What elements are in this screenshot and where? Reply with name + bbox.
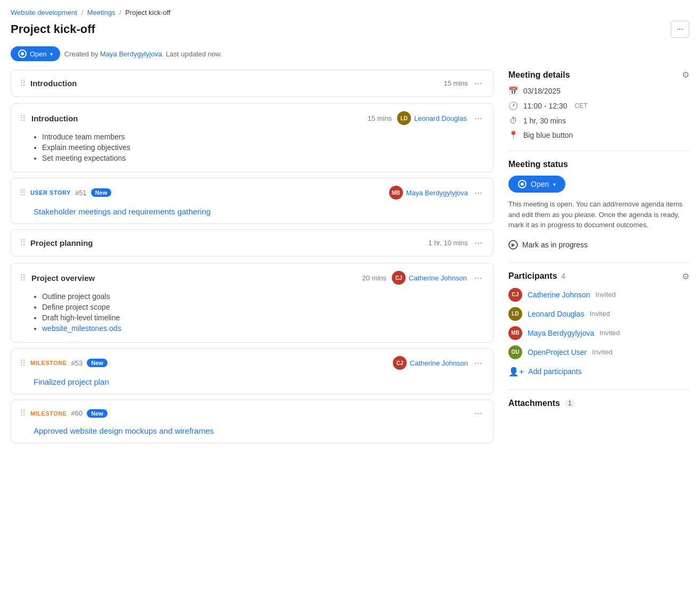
participants-title-group: Participants 4: [508, 271, 565, 281]
location-icon: 📍: [508, 130, 518, 140]
add-participants-button[interactable]: 👤+ Add participants: [508, 364, 582, 379]
created-by-label: Created by Maya Berdygylyjova. Last upda…: [64, 50, 222, 58]
milestone-53-type-label: MILESTONE: [30, 360, 67, 366]
divider-2: [508, 262, 689, 263]
milestone-53-title-link[interactable]: Finalized project plan: [34, 377, 109, 386]
more-icon: ···: [677, 24, 683, 34]
mark-as-in-progress-button[interactable]: ▶ Mark as in progress: [508, 238, 588, 252]
participant-mb-link[interactable]: Maya Berdygylyjova: [528, 329, 594, 337]
breadcrumb-section[interactable]: Meetings: [87, 9, 116, 16]
page-title: Project kick-off: [11, 22, 95, 36]
participant-row-ld: LD Leonard Douglas Invited: [508, 307, 689, 321]
meeting-details-gear-button[interactable]: ⚙: [682, 70, 689, 80]
introduction-item-body: Introduce team members Explain meeting o…: [11, 132, 493, 172]
introduction-bullet-2: Explain meeting objectives: [42, 143, 484, 152]
project-overview-more-button[interactable]: ···: [472, 272, 484, 284]
duration-icon: ⏱: [508, 116, 518, 125]
meeting-details-title: Meeting details: [508, 70, 570, 80]
story-51-assignee-avatar: MB: [389, 186, 403, 200]
introduction-bullet-1: Introduce team members: [42, 132, 484, 141]
project-overview-assignee-link[interactable]: CJ Catherine Johnson: [392, 271, 467, 285]
story-51-title-link[interactable]: Stakeholder meetings and requirements ga…: [34, 207, 211, 216]
user-story-51-header: ⠿ USER STORY #51 New MB Maya Berdygylyjo…: [11, 178, 493, 207]
milestone-53-title-area: Finalized project plan: [11, 377, 493, 394]
story-51-number: #51: [75, 189, 87, 197]
project-overview-assignee-name: Catherine Johnson: [409, 274, 467, 282]
story-51-more-button[interactable]: ···: [472, 187, 484, 198]
meeting-status-description: This meeting is open. You can add/remove…: [508, 199, 689, 230]
project-overview-link-item: website_milestones.ods: [42, 324, 484, 333]
breadcrumb-project[interactable]: Website development: [11, 9, 77, 16]
participant-ld-status: Invited: [590, 310, 610, 318]
drag-handle-project-planning[interactable]: ⠿: [20, 238, 26, 248]
introduction-assignee-link[interactable]: LD Leonard Douglas: [397, 111, 467, 125]
creator-link[interactable]: Maya Berdygylyjova: [100, 50, 162, 58]
meeting-date-row: 📅 03/18/2025: [508, 86, 689, 96]
section-introduction-top-header: ⠿ Introduction 15 mins ···: [11, 70, 493, 96]
agenda-item-project-overview: ⠿ Project overview 20 mins CJ Catherine …: [11, 263, 493, 343]
story-51-badge: New: [91, 188, 112, 197]
drag-handle-project-overview[interactable]: ⠿: [20, 273, 26, 283]
participants-header: Participants 4 ⚙: [508, 271, 689, 281]
participant-ou-status: Invited: [592, 348, 612, 356]
milestone-60-more-button[interactable]: ···: [472, 408, 484, 419]
project-overview-duration: 20 mins: [362, 274, 386, 282]
open-status-button[interactable]: Open ▾: [11, 46, 60, 61]
open-chevron-icon: ▾: [50, 51, 53, 57]
breadcrumb-sep-2: /: [119, 9, 121, 16]
participant-row-cj: CJ Catherine Johnson Invited: [508, 288, 689, 302]
drag-handle-milestone-60[interactable]: ⠿: [20, 408, 26, 418]
meeting-status-header: Meeting status: [508, 160, 689, 169]
project-overview-bullet-1: Outline project goals: [42, 292, 484, 301]
milestone-60-number: #60: [71, 409, 83, 417]
participants-gear-button[interactable]: ⚙: [682, 271, 689, 281]
project-overview-header: ⠿ Project overview 20 mins CJ Catherine …: [11, 263, 493, 292]
meeting-duration-row: ⏱ 1 hr, 30 mins: [508, 116, 689, 125]
drag-handle-introduction-top[interactable]: ⠿: [20, 78, 26, 88]
more-options-button[interactable]: ···: [671, 21, 689, 38]
section-introduction-top: ⠿ Introduction 15 mins ···: [11, 70, 493, 97]
breadcrumb-current: Project kick-off: [125, 9, 170, 16]
introduction-assignee-avatar: LD: [397, 111, 411, 125]
participant-ld-link[interactable]: Leonard Douglas: [528, 310, 584, 318]
open-circle-icon: [18, 49, 27, 58]
meeting-duration: 1 hr, 30 mins: [523, 117, 566, 125]
project-overview-bullet-2: Define project scope: [42, 303, 484, 311]
story-51-assignee-link[interactable]: MB Maya Berdygylyjova: [389, 186, 468, 200]
meeting-details-header: Meeting details ⚙: [508, 70, 689, 80]
participant-cj-link[interactable]: Catherine Johnson: [528, 291, 590, 299]
story-51-title-area: Stakeholder meetings and requirements ga…: [11, 207, 493, 223]
milestone-53-more-button[interactable]: ···: [472, 358, 484, 369]
milestone-53-assignee-link[interactable]: CJ Catherine Johnson: [393, 356, 468, 370]
introduction-item-title: Introduction: [31, 114, 362, 123]
introduction-bullet-3: Set meeting expectations: [42, 154, 484, 162]
agenda-column: ⠿ Introduction 15 mins ··· ⠿ Introductio…: [11, 70, 496, 605]
section-introduction-top-more-button[interactable]: ···: [472, 78, 484, 89]
participant-cj-avatar: CJ: [508, 288, 522, 302]
project-overview-title: Project overview: [31, 274, 357, 283]
introduction-assignee-name: Leonard Douglas: [414, 114, 467, 122]
section-project-planning-header: ⠿ Project planning 1 hr, 10 mins ···: [11, 230, 493, 256]
milestones-file-link[interactable]: website_milestones.ods: [42, 324, 121, 333]
project-planning-more-button[interactable]: ···: [472, 237, 484, 248]
meeting-date: 03/18/2025: [523, 87, 561, 95]
status-bar: Open ▾ Created by Maya Berdygylyjova. La…: [0, 44, 700, 70]
participant-row-mb: MB Maya Berdygylyjova Invited: [508, 326, 689, 340]
divider-1: [508, 151, 689, 151]
story-51-type-label: USER STORY: [30, 189, 71, 196]
meeting-status-open-button[interactable]: Open ▾: [508, 176, 565, 193]
project-overview-bullet-3: Draft high-level timeline: [42, 313, 484, 322]
project-overview-assignee-avatar: CJ: [392, 271, 406, 285]
drag-handle-story-51[interactable]: ⠿: [20, 188, 26, 198]
meeting-location: Big blue button: [523, 131, 573, 139]
drag-handle-introduction[interactable]: ⠿: [20, 113, 26, 123]
milestone-60-title-link[interactable]: Approved website design mockups and wire…: [34, 426, 214, 435]
meeting-timezone: CET: [575, 102, 588, 110]
milestone-53-header: ⠿ MILESTONE #53 New CJ Catherine Johnson…: [11, 349, 493, 377]
introduction-item-more-button[interactable]: ···: [472, 113, 484, 124]
drag-handle-milestone-53[interactable]: ⠿: [20, 358, 26, 368]
participant-row-ou: OU OpenProject User Invited: [508, 345, 689, 359]
add-participants-label: Add participants: [528, 367, 581, 376]
participant-ou-link[interactable]: OpenProject User: [528, 348, 587, 357]
participant-mb-status: Invited: [599, 329, 620, 337]
